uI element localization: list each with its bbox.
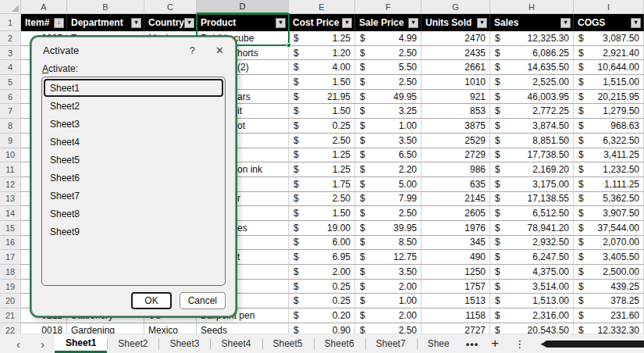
cell[interactable]: $2.00 bbox=[355, 280, 422, 294]
cell[interactable]: $1.00 bbox=[355, 119, 422, 134]
sheet-list-item[interactable]: Sheet1 bbox=[44, 79, 223, 97]
cell[interactable]: 921 bbox=[422, 90, 490, 105]
cell[interactable]: 635 bbox=[422, 177, 490, 192]
row-number[interactable]: 18 bbox=[0, 265, 21, 280]
filter-icon[interactable]: ▾ bbox=[560, 18, 571, 28]
cell[interactable]: $5,362.50 bbox=[574, 192, 644, 207]
cell[interactable]: $14,635.50 bbox=[490, 60, 574, 75]
row-number[interactable]: 1 bbox=[0, 14, 21, 31]
column-letter-i[interactable]: I bbox=[574, 0, 644, 14]
cell[interactable]: $2,500.00 bbox=[574, 265, 644, 280]
row-number[interactable]: 11 bbox=[0, 162, 21, 177]
cell[interactable]: $439.25 bbox=[574, 280, 644, 294]
cell[interactable]: $378.25 bbox=[574, 294, 644, 308]
cell[interactable]: $6,322.50 bbox=[574, 134, 644, 148]
cell[interactable]: $2.50 bbox=[289, 192, 355, 207]
header-cell-department[interactable]: Department▾ bbox=[67, 14, 144, 31]
cell[interactable]: $12.75 bbox=[355, 250, 422, 265]
cell[interactable]: $3,175.00 bbox=[490, 177, 574, 192]
cell[interactable]: $8.50 bbox=[355, 236, 422, 251]
cell[interactable]: $6.00 bbox=[289, 236, 355, 251]
cell[interactable]: $37,544.00 bbox=[574, 221, 644, 236]
sheet-list-item[interactable]: Sheet6 bbox=[44, 169, 223, 187]
cell[interactable]: $2.50 bbox=[289, 134, 355, 148]
row-number[interactable]: 4 bbox=[0, 60, 21, 75]
column-letter-f[interactable]: F bbox=[355, 0, 422, 14]
cell[interactable]: $1.50 bbox=[289, 104, 355, 119]
row-number[interactable]: 14 bbox=[0, 206, 21, 221]
cell[interactable]: 2729 bbox=[422, 148, 490, 163]
cell[interactable]: $1.20 bbox=[289, 46, 355, 61]
cell[interactable]: $5.00 bbox=[355, 177, 422, 192]
cell[interactable]: 1158 bbox=[422, 308, 490, 323]
cell[interactable]: $3.50 bbox=[355, 265, 422, 280]
cell[interactable]: $49.95 bbox=[355, 90, 422, 105]
cell[interactable]: $6.95 bbox=[289, 250, 355, 265]
tab-sheet7[interactable]: Sheet7 bbox=[365, 334, 417, 353]
cell[interactable]: $1,513.00 bbox=[490, 294, 574, 308]
cancel-button[interactable]: Cancel bbox=[180, 292, 226, 309]
filter-icon[interactable]: ▾ bbox=[131, 18, 141, 28]
tab-sheet3[interactable]: Sheet3 bbox=[158, 334, 210, 353]
sheet-list-item[interactable]: Sheet7 bbox=[44, 187, 223, 205]
header-cell-cogs[interactable]: COGS▾ bbox=[574, 14, 644, 31]
cell[interactable]: $231.60 bbox=[574, 308, 644, 323]
cell[interactable]: $6,247.50 bbox=[490, 250, 574, 265]
cell[interactable]: 853 bbox=[422, 104, 490, 119]
cell[interactable]: 2529 bbox=[422, 134, 490, 148]
cell[interactable]: $3,087.50 bbox=[574, 31, 644, 46]
row-number[interactable]: 19 bbox=[0, 280, 21, 294]
column-letter-a[interactable]: A bbox=[21, 0, 67, 14]
next-sheet-button[interactable]: › bbox=[30, 334, 55, 353]
filter-icon[interactable]: ▾ bbox=[184, 18, 194, 28]
cell[interactable]: $2,932.50 bbox=[490, 236, 574, 251]
row-number[interactable]: 2 bbox=[0, 31, 21, 46]
cell[interactable]: $1.25 bbox=[289, 148, 355, 163]
header-cell-sales[interactable]: Sales▾ bbox=[490, 14, 574, 31]
cell[interactable]: 1513 bbox=[422, 294, 490, 308]
horizontal-scrollbar-thumb[interactable] bbox=[544, 341, 644, 348]
cell[interactable]: $17,738.50 bbox=[490, 148, 574, 163]
filter-icon[interactable]: ▾ bbox=[631, 18, 641, 28]
cell[interactable]: $2,772.25 bbox=[490, 104, 574, 119]
row-number[interactable]: 9 bbox=[0, 134, 21, 148]
row-number[interactable]: 15 bbox=[0, 221, 21, 236]
cell[interactable]: $4,375.00 bbox=[490, 265, 574, 280]
cell[interactable]: $19.00 bbox=[289, 221, 355, 236]
close-icon[interactable]: ✕ bbox=[215, 45, 224, 56]
sheet-list-item[interactable]: Sheet2 bbox=[44, 97, 223, 115]
column-letter-b[interactable]: B bbox=[67, 0, 144, 14]
cell[interactable]: $20,215.95 bbox=[574, 90, 644, 105]
cell[interactable]: $1.50 bbox=[289, 206, 355, 221]
row-number[interactable]: 17 bbox=[0, 250, 21, 265]
cell[interactable]: 2470 bbox=[422, 31, 490, 46]
cell[interactable]: $21.95 bbox=[289, 90, 355, 105]
filter-icon[interactable]: ▾ bbox=[342, 18, 352, 28]
cell[interactable]: $0.20 bbox=[289, 308, 355, 323]
filter-icon[interactable]: ▾ bbox=[477, 18, 487, 28]
cell[interactable]: $2,169.20 bbox=[490, 162, 574, 177]
select-all-corner[interactable] bbox=[0, 0, 21, 14]
cell[interactable]: $4.99 bbox=[355, 31, 422, 46]
cell[interactable]: 3875 bbox=[422, 119, 490, 134]
row-number[interactable]: 20 bbox=[0, 294, 21, 308]
cell[interactable]: $39.95 bbox=[355, 221, 422, 236]
row-number[interactable]: 8 bbox=[0, 119, 21, 134]
cell[interactable]: $1.00 bbox=[355, 294, 422, 308]
cell[interactable]: $78,941.20 bbox=[490, 221, 574, 236]
cell[interactable]: 2605 bbox=[422, 206, 490, 221]
tab-sheet2[interactable]: Sheet2 bbox=[107, 334, 158, 353]
cell[interactable]: $12,325.30 bbox=[490, 31, 574, 46]
header-cell-units-sold[interactable]: Units Sold▾ bbox=[422, 14, 490, 31]
cell[interactable]: $1,111.25 bbox=[574, 177, 644, 192]
cell[interactable]: 2435 bbox=[422, 46, 490, 61]
cell[interactable]: $7.99 bbox=[355, 192, 422, 207]
cell[interactable]: $1,515.00 bbox=[574, 75, 644, 90]
cell[interactable]: $2,316.00 bbox=[490, 308, 574, 323]
cell[interactable]: $5.50 bbox=[355, 60, 422, 75]
tab-sheet6[interactable]: Sheet6 bbox=[314, 334, 365, 353]
tab-sheet5[interactable]: Sheet5 bbox=[262, 334, 314, 353]
tab-sheet4[interactable]: Sheet4 bbox=[210, 334, 262, 353]
row-number[interactable]: 6 bbox=[0, 90, 21, 105]
cell[interactable]: $3,405.50 bbox=[574, 250, 644, 265]
